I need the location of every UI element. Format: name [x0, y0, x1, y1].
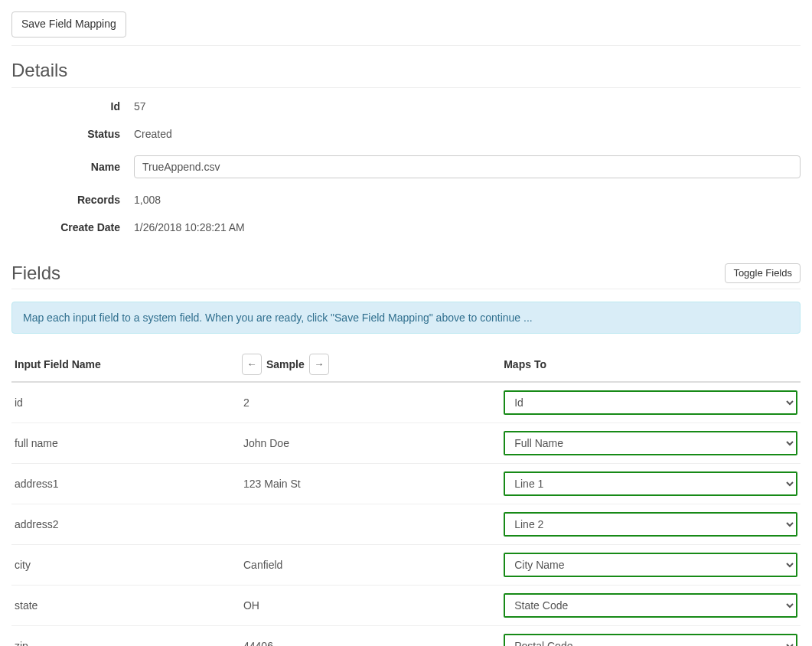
table-row: address1123 Main StLine 1	[11, 463, 801, 504]
mapsto-select[interactable]: Postal Code	[504, 634, 797, 646]
label-name: Name	[11, 161, 134, 173]
table-row: zip44406Postal Code	[11, 625, 801, 646]
table-row: stateOHState Code	[11, 585, 801, 625]
input-field-name-cell: address1	[11, 463, 240, 504]
sample-next-button[interactable]: →	[309, 354, 329, 375]
value-records: 1,008	[134, 194, 801, 206]
sample-cell: 123 Main St	[240, 463, 501, 504]
name-input[interactable]	[134, 155, 801, 178]
fields-heading: Fields	[11, 263, 725, 284]
table-row: id2Id	[11, 382, 801, 423]
mapsto-select[interactable]: Line 2	[504, 512, 797, 537]
col-header-sample: ← Sample →	[240, 347, 501, 382]
col-header-mapsto: Maps To	[501, 347, 801, 382]
label-records: Records	[11, 194, 134, 206]
input-field-name-cell: state	[11, 585, 240, 625]
value-id: 57	[134, 100, 801, 113]
col-header-input: Input Field Name	[11, 347, 240, 382]
sample-cell: 44406	[240, 625, 501, 646]
sample-cell: John Doe	[240, 423, 501, 463]
mapsto-select[interactable]: Id	[504, 390, 797, 415]
sample-cell: 2	[240, 382, 501, 423]
details-grid: Id 57 Status Created Name Records 1,008 …	[11, 93, 801, 241]
sample-cell: OH	[240, 585, 501, 625]
mapsto-select[interactable]: City Name	[504, 553, 797, 577]
input-field-name-cell: full name	[11, 423, 240, 463]
input-field-name-cell: id	[11, 382, 240, 423]
input-field-name-cell: address2	[11, 504, 240, 544]
sample-cell: Canfield	[240, 544, 501, 585]
mapsto-select[interactable]: State Code	[504, 593, 797, 618]
value-status: Created	[134, 128, 801, 140]
input-field-name-cell: city	[11, 544, 240, 585]
label-status: Status	[11, 128, 134, 140]
details-heading: Details	[11, 60, 801, 88]
divider	[11, 45, 801, 46]
save-field-mapping-button[interactable]: Save Field Mapping	[11, 11, 126, 38]
table-row: address2Line 2	[11, 504, 801, 544]
label-create-date: Create Date	[11, 221, 134, 233]
info-alert: Map each input field to a system field. …	[11, 302, 801, 334]
table-row: full nameJohn DoeFull Name	[11, 423, 801, 463]
sample-cell	[240, 504, 501, 544]
input-field-name-cell: zip	[11, 625, 240, 646]
mapsto-select[interactable]: Line 1	[504, 471, 797, 496]
toggle-fields-button[interactable]: Toggle Fields	[725, 263, 801, 283]
label-id: Id	[11, 100, 134, 113]
sample-header-label: Sample	[265, 358, 306, 370]
value-create-date: 1/26/2018 10:28:21 AM	[134, 221, 801, 233]
mapsto-select[interactable]: Full Name	[504, 431, 797, 455]
fields-table: Input Field Name ← Sample → Maps To id2I…	[11, 347, 801, 646]
table-row: cityCanfieldCity Name	[11, 544, 801, 585]
sample-prev-button[interactable]: ←	[242, 354, 262, 375]
divider	[11, 289, 801, 289]
